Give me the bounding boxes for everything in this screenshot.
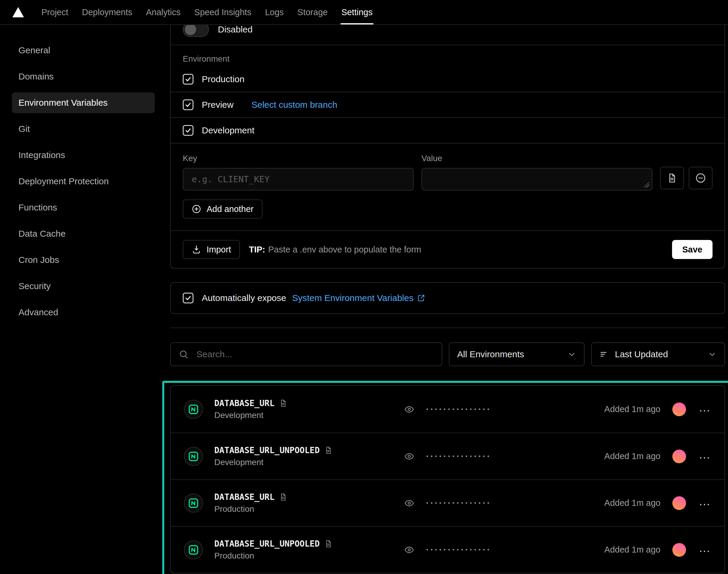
variable-environment: Production [214, 551, 333, 561]
remove-row-button[interactable] [689, 167, 713, 189]
sidebar-item-environment-variables[interactable]: Environment Variables [12, 92, 155, 113]
nav-tab-deployments[interactable]: Deployments [75, 0, 139, 25]
masked-value: ••••••••••••••• [426, 546, 492, 553]
plus-circle-icon [192, 204, 201, 214]
variable-environment: Development [214, 411, 287, 420]
row-menu-button[interactable]: … [698, 401, 711, 417]
development-checkbox[interactable] [183, 125, 194, 136]
sidebar-item-integrations[interactable]: Integrations [12, 145, 155, 166]
production-label: Production [202, 74, 244, 84]
key-input[interactable] [183, 168, 414, 191]
key-value-section: Key Value [171, 144, 724, 231]
sidebar-item-security[interactable]: Security [12, 276, 155, 296]
preview-checkbox[interactable] [183, 99, 194, 110]
top-nav-tabs: Project Deployments Analytics Speed Insi… [35, 0, 380, 25]
note-file-icon [325, 446, 333, 454]
masked-value: ••••••••••••••• [426, 453, 492, 460]
development-label: Development [202, 125, 254, 135]
environment-option-preview: Preview Select custom branch [171, 92, 724, 117]
variables-list-wrapper: DATABASE_URL Development •••••••••••••••… [170, 385, 725, 573]
import-download-icon [192, 245, 201, 254]
sidebar-item-general[interactable]: General [12, 40, 155, 61]
row-menu-button[interactable]: … [698, 448, 711, 464]
environment-variables-panel: Disabled Environment Production Preview … [158, 25, 728, 573]
row-menu-button[interactable]: … [698, 495, 711, 511]
nav-tab-project[interactable]: Project [35, 0, 75, 25]
variable-name: DATABASE_URL [214, 398, 274, 408]
expose-system-env-checkbox[interactable] [183, 293, 194, 303]
variable-name: DATABASE_URL_UNPOOLED [214, 539, 319, 549]
variable-name: DATABASE_URL_UNPOOLED [214, 445, 319, 455]
sidebar-item-cron-jobs[interactable]: Cron Jobs [12, 249, 155, 270]
section-divider [170, 327, 725, 328]
key-field-label: Key [183, 154, 414, 163]
neon-integration-icon [184, 447, 203, 466]
select-custom-branch-link[interactable]: Select custom branch [252, 100, 337, 110]
nav-tab-storage[interactable]: Storage [291, 0, 335, 25]
value-field-label: Value [421, 154, 652, 163]
nav-tab-settings[interactable]: Settings [335, 0, 380, 25]
sort-lines-icon [599, 350, 608, 359]
nav-tab-logs[interactable]: Logs [258, 0, 291, 25]
filter-row: All Environments Last Updated [170, 342, 725, 366]
environments-filter-dropdown[interactable]: All Environments [449, 342, 585, 366]
sidebar-item-data-cache[interactable]: Data Cache [12, 223, 155, 244]
variable-name: DATABASE_URL [214, 492, 274, 502]
user-avatar [672, 543, 686, 557]
expose-text: Automatically expose [202, 293, 286, 303]
environment-option-production: Production [171, 67, 724, 92]
add-another-label: Add another [207, 204, 254, 214]
save-button[interactable]: Save [672, 240, 713, 259]
search-input[interactable] [170, 342, 442, 366]
note-file-icon [279, 493, 287, 501]
reveal-value-eye-icon[interactable] [404, 404, 414, 414]
nav-tab-speed-insights[interactable]: Speed Insights [187, 0, 258, 25]
environment-variables-list: DATABASE_URL Development •••••••••••••••… [170, 385, 725, 573]
nav-tab-analytics[interactable]: Analytics [139, 0, 187, 25]
sort-value: Last Updated [615, 349, 668, 359]
added-timestamp: Added 1m ago [604, 498, 660, 508]
paste-env-button[interactable] [660, 167, 684, 189]
sidebar-item-deployment-protection[interactable]: Deployment Protection [12, 171, 155, 192]
sidebar-item-domains[interactable]: Domains [12, 66, 155, 87]
added-timestamp: Added 1m ago [604, 545, 660, 555]
vercel-logo-icon[interactable] [12, 6, 25, 18]
masked-value: ••••••••••••••• [426, 500, 492, 506]
add-another-button[interactable]: Add another [183, 200, 262, 218]
environments-filter-value: All Environments [457, 349, 524, 359]
environment-section-label: Environment [171, 45, 724, 67]
system-env-variables-link[interactable]: System Environment Variables [292, 293, 425, 303]
sidebar-item-git[interactable]: Git [12, 119, 155, 139]
settings-sidebar: General Domains Environment Variables Gi… [0, 25, 158, 328]
sort-dropdown[interactable]: Last Updated [591, 342, 725, 366]
note-file-icon [325, 540, 333, 548]
search-icon [179, 349, 189, 359]
preview-label: Preview [202, 100, 233, 110]
reveal-value-eye-icon[interactable] [404, 451, 414, 461]
system-env-link-label: System Environment Variables [292, 293, 414, 303]
reveal-value-eye-icon[interactable] [404, 545, 414, 555]
system-env-expose-card: Automatically expose System Environment … [170, 282, 725, 314]
disabled-toggle-label: Disabled [218, 25, 253, 35]
import-button[interactable]: Import [183, 240, 240, 259]
tip-text: TIP:Paste a .env above to populate the f… [249, 245, 421, 254]
row-menu-button[interactable]: … [698, 542, 711, 558]
reveal-value-eye-icon[interactable] [404, 498, 414, 508]
sidebar-item-advanced[interactable]: Advanced [12, 302, 155, 323]
env-var-row: DATABASE_URL_UNPOOLED Development ••••••… [171, 433, 724, 479]
neon-integration-icon [184, 540, 203, 560]
chevron-down-icon [708, 350, 717, 359]
value-input[interactable] [421, 168, 652, 191]
added-timestamp: Added 1m ago [604, 451, 660, 461]
import-label: Import [207, 245, 231, 254]
masked-value: ••••••••••••••• [426, 406, 492, 413]
environment-option-development: Development [171, 118, 724, 143]
sidebar-item-functions[interactable]: Functions [12, 197, 155, 218]
top-navigation: Project Deployments Analytics Speed Insi… [0, 0, 728, 25]
note-file-icon [279, 399, 287, 407]
env-var-row: DATABASE_URL Production ••••••••••••••• … [171, 479, 724, 526]
external-link-icon [417, 294, 425, 302]
production-checkbox[interactable] [183, 74, 194, 85]
neon-integration-icon [184, 400, 203, 419]
form-footer: Import TIP:Paste a .env above to populat… [171, 231, 724, 268]
